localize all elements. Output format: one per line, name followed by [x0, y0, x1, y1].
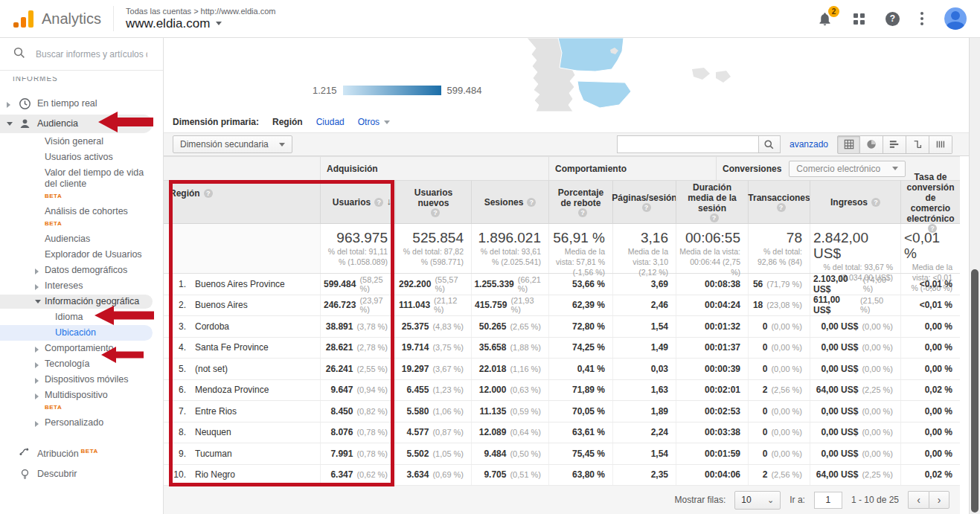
- sidebar-item-análisis-de-cohortes[interactable]: Análisis de cohortesBETA: [0, 204, 163, 231]
- chevron-down-icon[interactable]: [35, 300, 41, 303]
- sidebar-item-valor-del-tiempo-de-vida-del-cliente[interactable]: Valor del tiempo de vida del clienteBETA: [0, 165, 163, 204]
- dimension-region[interactable]: Región: [272, 117, 303, 127]
- table-row[interactable]: 4.Santa Fe Province28.621(2,78 %)19.714(…: [164, 338, 960, 359]
- chevron-right-icon[interactable]: ›: [929, 491, 949, 509]
- sidebar-item-idioma[interactable]: Idioma: [0, 309, 163, 325]
- sort-descending-icon[interactable]: ↓: [387, 196, 392, 207]
- help-tooltip-icon[interactable]: ?: [374, 198, 383, 207]
- percentage-view-icon[interactable]: [860, 135, 883, 154]
- pivot-view-icon[interactable]: [929, 135, 952, 154]
- advanced-link[interactable]: avanzado: [790, 139, 828, 150]
- column-header-transacciones[interactable]: Transacciones?: [748, 181, 810, 223]
- vertical-scrollbar[interactable]: [969, 38, 980, 514]
- sidebar-item-personalizado[interactable]: Personalizado: [0, 415, 163, 431]
- performance-view-icon[interactable]: [883, 135, 906, 154]
- help-tooltip-icon[interactable]: ?: [710, 213, 719, 222]
- summary-region-cell: [164, 224, 320, 273]
- sidebar-item-tecnología[interactable]: Tecnología: [0, 356, 163, 372]
- sidebar-item-ubicación[interactable]: Ubicación: [0, 325, 163, 341]
- table-row[interactable]: 8.Neuquen8.076(0,78 %)4.577(0,87 %)12.08…: [164, 423, 960, 444]
- search-input[interactable]: [36, 49, 147, 60]
- sidebar-item-audiencia[interactable]: Audiencia: [0, 114, 163, 134]
- sidebar-item-audiencias[interactable]: Audiencias: [0, 231, 163, 247]
- table-row[interactable]: 2.Buenos Aires246.723(23,97 %)111.043(21…: [164, 295, 960, 317]
- table-row[interactable]: 9.Tucuman7.991(0,78 %)5.502(1,05 %)9.484…: [164, 443, 960, 465]
- help-tooltip-icon[interactable]: ?: [928, 224, 937, 233]
- column-header-usuarios-nuevos[interactable]: Usuarios nuevos?: [395, 181, 471, 223]
- help-tooltip-icon[interactable]: ?: [578, 208, 587, 217]
- goto-page-input[interactable]: [814, 492, 842, 509]
- cell-region: 5.(not set): [164, 359, 320, 379]
- column-header-sesiones[interactable]: Sesiones?: [471, 181, 548, 223]
- cell-value: 22.018: [479, 364, 507, 374]
- cell-duration: 00:00:39: [676, 359, 748, 379]
- help-tooltip-icon[interactable]: ?: [431, 208, 440, 217]
- table-row[interactable]: 5.(not set)26.241(2,55 %)19.297(3,67 %)2…: [164, 359, 960, 380]
- column-header-ingresos[interactable]: Ingresos?: [810, 181, 900, 223]
- scrollbar-thumb[interactable]: [971, 269, 979, 513]
- column-header-región[interactable]: Región?: [164, 181, 320, 223]
- chevron-down-icon[interactable]: [7, 122, 13, 126]
- table-header-row: Región?Usuarios?↓Usuarios nuevos?Sesione…: [164, 181, 960, 224]
- chevron-left-icon[interactable]: ‹: [908, 491, 929, 509]
- sidebar-item-comportamiento[interactable]: Comportamiento: [0, 341, 163, 356]
- chevron-right-icon[interactable]: [35, 284, 39, 290]
- help-tooltip-icon[interactable]: ?: [527, 198, 536, 207]
- cell-percent: (1,88 %): [510, 343, 541, 352]
- rows-per-page-select[interactable]: 10 ⌄: [734, 491, 781, 510]
- table-row[interactable]: 6.Mendoza Province9.647(0,94 %)6.455(1,2…: [164, 380, 960, 402]
- sidebar-item-explorador-de-usuarios[interactable]: Explorador de Usuarios: [0, 247, 163, 263]
- help-icon[interactable]: ?: [885, 12, 900, 26]
- summary-cell-pages: 3,16Media de la vista: 3,10 (2,12 %): [612, 224, 676, 273]
- table-row[interactable]: 7.Entre Rios8.450(0,82 %)5.580(1,06 %)11…: [164, 401, 960, 423]
- column-header-páginas/sesión[interactable]: Páginas/sesión?: [612, 181, 676, 223]
- chevron-right-icon[interactable]: [35, 378, 39, 384]
- chevron-right-icon[interactable]: [35, 347, 39, 353]
- sidebar-item-visión-general[interactable]: Visión general: [0, 134, 163, 150]
- conversions-type-dropdown[interactable]: Comercio electrónico: [789, 161, 906, 177]
- table-row[interactable]: 1.Buenos Aires Province599.484(58,25 %)2…: [164, 274, 960, 295]
- table-row[interactable]: 10.Rio Negro6.347(0,62 %)3.634(0,69 %)9.…: [164, 465, 960, 486]
- summary-value: 1.896.021: [478, 230, 541, 245]
- cell-percent: (0,50 %): [510, 449, 541, 458]
- sidebar-item-datos-demográficos[interactable]: Datos demográficos: [0, 263, 163, 278]
- sidebar-item-dispositivos-móviles[interactable]: Dispositivos móviles: [0, 372, 163, 388]
- dimension-otros[interactable]: Otros: [358, 117, 390, 127]
- chevron-right-icon[interactable]: [35, 269, 39, 274]
- table-view-icon[interactable]: [837, 135, 860, 154]
- cell-region: 3.Cordoba: [164, 316, 320, 337]
- comparison-view-icon[interactable]: [906, 135, 929, 154]
- sidebar-item-en-tiempo-real[interactable]: En tiempo real: [0, 94, 163, 114]
- user-avatar[interactable]: [944, 7, 967, 30]
- search-icon[interactable]: [758, 135, 781, 153]
- chevron-right-icon[interactable]: [35, 393, 39, 399]
- property-selector[interactable]: www.eldia.com: [126, 16, 275, 31]
- sidebar-item-atribución[interactable]: AtribuciónBETA: [0, 441, 163, 464]
- column-header-duración-media-de-la-sesión[interactable]: Duración media de la sesión?: [676, 181, 748, 223]
- column-header-tasa-de-conversión-de-comercio-electrónico[interactable]: Tasa de conversión de comercio electróni…: [900, 181, 960, 223]
- column-header-porcentaje-de-rebote[interactable]: Porcentaje de rebote?: [548, 181, 612, 223]
- sidebar-item-multidispositivo[interactable]: MultidispositivoBETA: [0, 388, 163, 415]
- notifications-bell-icon[interactable]: 2: [817, 11, 833, 27]
- table-row[interactable]: 3.Cordoba38.891(3,78 %)25.375(4,83 %)50.…: [164, 316, 960, 338]
- cell-new_users: 292.200(55,57 %): [395, 274, 471, 295]
- table-search-input[interactable]: [617, 135, 758, 153]
- help-tooltip-icon[interactable]: ?: [642, 203, 651, 212]
- dimension-ciudad[interactable]: Ciudad: [316, 117, 345, 127]
- more-menu-icon[interactable]: [920, 12, 923, 25]
- help-tooltip-icon[interactable]: ?: [777, 203, 786, 212]
- apps-grid-icon[interactable]: [854, 13, 865, 25]
- help-tooltip-icon[interactable]: ?: [871, 198, 880, 207]
- secondary-dimension-button[interactable]: Dimensión secundaria: [173, 135, 292, 153]
- row-region-name: Buenos Aires Province: [195, 279, 285, 289]
- sidebar-item-descubrir[interactable]: Descubrir: [0, 464, 163, 484]
- chevron-right-icon[interactable]: [7, 102, 10, 108]
- column-header-usuarios[interactable]: Usuarios?↓: [320, 181, 395, 223]
- sidebar-item-información-geográfica[interactable]: Información geográfica: [0, 294, 163, 309]
- argentina-map[interactable]: [506, 38, 774, 112]
- chevron-right-icon[interactable]: [35, 362, 39, 368]
- chevron-right-icon[interactable]: [35, 421, 39, 427]
- sidebar-item-usuarios-activos[interactable]: Usuarios activos: [0, 150, 163, 165]
- sidebar-item-intereses[interactable]: Intereses: [0, 278, 163, 294]
- help-tooltip-icon[interactable]: ?: [204, 189, 213, 198]
